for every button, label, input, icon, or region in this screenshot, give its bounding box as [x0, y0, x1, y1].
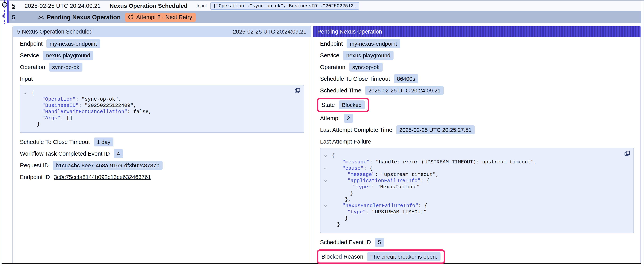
workflow-event-history-page: 5 2025-02-25 UTC 20:24:09.21 Nexus Opera… [0, 0, 644, 266]
field-label: Scheduled Time [320, 86, 361, 95]
field-value-badge: 4 [114, 149, 123, 158]
pending-asterisk-icon [38, 14, 44, 20]
scheduled-panel-header: 5 Nexus Operation Scheduled 2025-02-25 U… [13, 26, 311, 37]
scheduled-event-panel: 5 Nexus Operation Scheduled 2025-02-25 U… [12, 26, 311, 264]
retry-icon [128, 14, 134, 20]
json-line: "nexusHandlerFailureInfo": { [323, 203, 630, 209]
field-value-badge: b1c6a4bc-8ee7-468a-9169-df3b02c8737b [53, 161, 162, 170]
field-label: Service [20, 51, 39, 60]
field-row-scheduled-time: Scheduled Time2025-02-25 UTC 20:24:09.21 [320, 86, 634, 95]
field-row-attempt: Attempt2 [320, 114, 634, 123]
field-value-badge: 2025-02-25 UTC 20:25:27.51 [396, 125, 475, 134]
input-json-preview[interactable]: {"Operation":"sync-op-ok","BusinessID":"… [210, 2, 359, 10]
field-row-workflow-task-completed-event-id: Workflow Task Completed Event ID4 [20, 149, 304, 158]
event-row-pending[interactable]: 5 Pending Nexus Operation Attempt 2 · Ne… [9, 11, 641, 24]
field-value-badge: nexus-playground [43, 51, 93, 60]
field-label-last-attempt-failure: Last Attempt Failure [320, 137, 634, 146]
json-viewer-failure: {"message": "handler error (UPSTREAM_TIM… [320, 148, 634, 233]
field-value-badge: Blocked [339, 100, 365, 109]
field-label: State [322, 100, 335, 109]
timeline-marker-open-icon [2, 2, 7, 7]
field-label: Scheduled Event ID [320, 238, 371, 247]
pending-operation-panel: Pending Nexus Operation Endpointmy-nexus… [313, 26, 641, 264]
collapse-chevron-icon[interactable] [324, 154, 327, 158]
field-value-badge: my-nexus-endpoint [346, 39, 400, 48]
field-value-badge: 1 day [94, 137, 114, 146]
event-title: Nexus Operation Scheduled [110, 3, 188, 9]
timeline-marker-current-icon [2, 15, 5, 18]
input-mini-label: Input [196, 3, 207, 9]
field-row-schedule-to-close-timeout: Schedule To Close Timeout1 day [20, 137, 304, 146]
collapse-chevron-icon[interactable] [24, 92, 27, 95]
field-row-service: Servicenexus-playground [20, 51, 304, 60]
attempt-badge-label: Attempt 2 · Next Retry [136, 14, 192, 21]
json-line: "BusinessID": "20250225122409", [23, 102, 300, 109]
json-line: "type": "UPSTREAM_TIMEOUT" [323, 209, 630, 215]
collapse-chevron-icon[interactable] [324, 179, 327, 183]
left-border-line-outer [1, 0, 1, 266]
field-value-badge: 5 [375, 238, 384, 247]
field-label: Service [320, 51, 339, 60]
field-label: Operation [320, 63, 346, 72]
annotation-highlight-box: StateBlocked [317, 98, 369, 112]
field-value-badge: my-nexus-endpoint [46, 39, 100, 48]
field-label-input: Input [20, 74, 304, 83]
event-id-link[interactable]: 5 [12, 3, 23, 9]
json-viewer-input: {"Operation": "sync-op-ok","BusinessID":… [20, 85, 304, 133]
field-row-service: Servicenexus-playground [320, 51, 634, 60]
field-row-operation: Operationsync-op-ok [20, 63, 304, 72]
json-line: { [323, 153, 630, 159]
field-value-badge: 86400s [394, 74, 418, 83]
left-border-line-inner [2, 0, 2, 266]
json-line: "cause": { [323, 165, 630, 171]
annotation-highlight-box: Blocked ReasonThe circuit breaker is ope… [317, 249, 445, 264]
scheduled-panel-body: Endpointmy-nexus-endpointServicenexus-pl… [13, 37, 311, 182]
json-line: } [323, 190, 630, 196]
field-label: Schedule To Close Timeout [20, 137, 90, 146]
right-border-line [643, 0, 644, 266]
attempt-retry-badge: Attempt 2 · Next Retry [125, 13, 196, 22]
field-label: Endpoint ID [20, 173, 50, 182]
field-row-endpoint-id: Endpoint ID3c0c75ccfa8144b092c13ce632463… [20, 173, 304, 182]
json-line: }, [323, 196, 630, 203]
field-value-badge: sync-op-ok [49, 63, 82, 72]
field-label: Endpoint [20, 39, 42, 48]
field-value-badge: 2025-02-25 UTC 20:24:09.21 [365, 86, 444, 95]
field-row-last-attempt-complete-time: Last Attempt Complete Time2025-02-25 UTC… [320, 125, 634, 134]
field-row-operation: Operationsync-op-ok [320, 63, 634, 72]
event-row-scheduled[interactable]: 5 2025-02-25 UTC 20:24:09.21 Nexus Opera… [9, 1, 641, 11]
json-line: "Operation": "sync-op-ok", [23, 96, 300, 102]
collapse-chevron-icon[interactable] [324, 204, 327, 208]
event-id-link[interactable]: 5 [12, 14, 23, 21]
event-history-rows: 5 2025-02-25 UTC 20:24:09.21 Nexus Opera… [9, 1, 641, 24]
json-line: } [323, 221, 630, 227]
pending-panel-header: Pending Nexus Operation [313, 26, 640, 37]
field-label: Schedule To Close Timeout [320, 74, 390, 83]
json-line: "Args": [] [23, 115, 300, 121]
field-value-badge: The circuit breaker is open. [367, 252, 440, 261]
json-line: } [323, 215, 630, 221]
event-title: Pending Nexus Operation [47, 14, 121, 21]
json-line: } [23, 121, 300, 127]
json-line: "message": "upstream timeout", [323, 171, 630, 178]
field-value-badge: sync-op-ok [349, 63, 382, 72]
field-row-blocked-reason: Blocked ReasonThe circuit breaker is ope… [320, 249, 634, 264]
pending-panel-title: Pending Nexus Operation [317, 29, 382, 35]
scheduled-panel-title: 5 Nexus Operation Scheduled [17, 29, 92, 35]
pending-panel-body: Endpointmy-nexus-endpointServicenexus-pl… [313, 37, 640, 264]
field-label: Attempt [320, 114, 340, 123]
field-label: Workflow Task Completed Event ID [20, 149, 110, 158]
field-row-request-id: Request IDb1c6a4bc-8ee7-468a-9169-df3b02… [20, 161, 304, 170]
json-line: "HandlerWaitForCancellation": false, [23, 109, 300, 115]
event-timestamp: 2025-02-25 UTC 20:24:09.21 [24, 3, 101, 9]
field-row-state: StateBlocked [320, 98, 634, 112]
scheduled-panel-time: 2025-02-25 UTC 20:24:09.21 [233, 29, 306, 35]
field-label: Last Attempt Complete Time [320, 125, 392, 134]
field-value-badge: 2 [344, 114, 353, 123]
field-label: Request ID [20, 161, 49, 170]
field-label: Operation [20, 63, 45, 72]
field-value-link[interactable]: 3c0c75ccfa8144b092c13ce632463761 [54, 174, 151, 180]
collapse-chevron-icon[interactable] [324, 167, 327, 170]
field-row-schedule-to-close-timeout: Schedule To Close Timeout86400s [320, 74, 634, 83]
field-label: Endpoint [320, 39, 343, 48]
